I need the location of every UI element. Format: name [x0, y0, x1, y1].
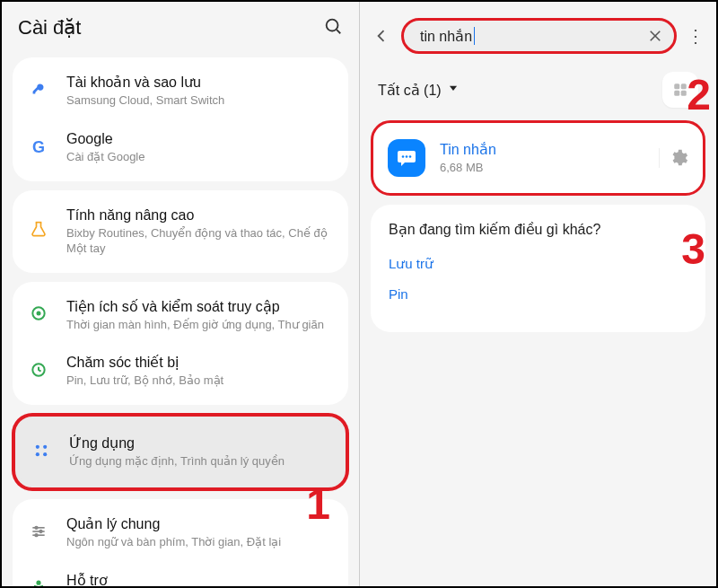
- settings-row-advanced[interactable]: Tính năng nâng cao Bixby Routines, Chuyể…: [13, 196, 348, 268]
- chevron-down-icon: [447, 82, 460, 98]
- row-subtitle: Thời gian màn hình, Đếm giờ ứng dụng, Th…: [66, 318, 332, 333]
- svg-rect-26: [674, 91, 679, 96]
- search-input[interactable]: tin nhắn: [401, 18, 677, 54]
- app-search-panel: tin nhắn ⋮ Tất cả (1) Tin nhắn: [359, 2, 716, 586]
- svg-point-29: [406, 155, 408, 158]
- svg-marker-23: [450, 86, 457, 91]
- svg-point-28: [402, 155, 405, 158]
- svg-point-18: [39, 530, 42, 532]
- back-button[interactable]: [369, 23, 394, 48]
- row-title: Tính năng nâng cao: [66, 206, 332, 224]
- suggestion-link[interactable]: Pin: [389, 286, 687, 302]
- wellbeing-icon: [30, 304, 48, 326]
- settings-row-apps[interactable]: Ứng dụng Ứng dụng mặc định, Trình quản l…: [15, 422, 346, 482]
- settings-row-device-care[interactable]: Chăm sóc thiết bị Pin, Lưu trữ, Bộ nhớ, …: [13, 343, 348, 399]
- svg-point-0: [327, 20, 338, 31]
- row-subtitle: Ứng dụng mặc định, Trình quản lý quyền: [69, 454, 329, 470]
- settings-row-google[interactable]: G Google Cài đặt Google: [13, 119, 348, 176]
- settings-group: Tính năng nâng cao Bixby Routines, Chuyể…: [13, 190, 348, 273]
- svg-point-20: [37, 581, 39, 584]
- grid-toggle-icon[interactable]: [662, 72, 698, 108]
- svg-point-30: [409, 155, 412, 158]
- other-heading: Bạn đang tìm kiếm điều gì khác?: [389, 221, 687, 238]
- messages-app-icon: [388, 139, 425, 177]
- svg-rect-27: [681, 91, 687, 96]
- row-title: Chăm sóc thiết bị: [66, 354, 332, 372]
- app-result-title: Tin nhắn: [440, 141, 644, 159]
- filter-dropdown[interactable]: Tất cả (1): [378, 82, 460, 99]
- clear-search-icon[interactable]: [647, 28, 663, 44]
- row-subtitle: Cài đặt Google: [66, 150, 332, 165]
- device-care-icon: [30, 361, 48, 382]
- svg-point-19: [35, 534, 38, 537]
- app-result-highlight: Tin nhắn 6,68 MB: [371, 120, 705, 196]
- app-result-size: 6,68 MB: [440, 161, 644, 176]
- row-subtitle: Bixby Routines, Chuyển động và thao tác,…: [66, 226, 332, 257]
- app-result-row[interactable]: Tin nhắn 6,68 MB: [373, 123, 703, 193]
- page-title: Cài đặt: [18, 16, 81, 39]
- row-subtitle: Pin, Lưu trữ, Bộ nhớ, Bảo mật: [66, 373, 332, 389]
- row-title: Ứng dụng: [69, 434, 329, 452]
- google-icon: G: [32, 138, 45, 157]
- general-icon: [30, 522, 48, 544]
- settings-group: Tiện ích số và kiểm soát truy cập Thời g…: [13, 282, 348, 406]
- svg-point-13: [43, 452, 47, 456]
- suggestion-link[interactable]: Lưu trữ: [389, 256, 687, 272]
- other-suggestions-card: Bạn đang tìm kiếm điều gì khác? Lưu trữ …: [371, 205, 705, 332]
- row-title: Tiện ích số và kiểm soát truy cập: [66, 298, 332, 316]
- row-title: Quản lý chung: [66, 515, 332, 533]
- search-icon[interactable]: [323, 16, 343, 39]
- svg-rect-25: [681, 83, 687, 89]
- settings-group: Tài khoản và sao lưu Samsung Cloud, Smar…: [13, 57, 348, 181]
- filter-label: Tất cả (1): [378, 82, 442, 99]
- svg-point-8: [37, 312, 41, 316]
- svg-point-17: [35, 526, 38, 529]
- search-value: tin nhắn: [420, 28, 472, 45]
- apps-icon: [32, 442, 50, 463]
- settings-row-wellbeing[interactable]: Tiện ích số và kiểm soát truy cập Thời g…: [13, 287, 348, 344]
- row-subtitle: Ngôn ngữ và bàn phím, Thời gian, Đặt lại: [66, 535, 332, 550]
- accessibility-icon: [30, 579, 48, 588]
- key-icon: [29, 79, 48, 102]
- overflow-menu-icon[interactable]: ⋮: [684, 25, 707, 47]
- svg-point-12: [36, 452, 39, 456]
- lab-icon: [30, 221, 48, 242]
- settings-row-apps-highlight: Ứng dụng Ứng dụng mặc định, Trình quản l…: [13, 414, 348, 490]
- settings-group: Quản lý chung Ngôn ngữ và bàn phím, Thời…: [13, 499, 348, 588]
- text-cursor: [474, 27, 475, 45]
- settings-row-general[interactable]: Quản lý chung Ngôn ngữ và bàn phím, Thời…: [13, 505, 348, 561]
- settings-row-accessibility[interactable]: Hỗ trợ Voice Assistant, Âm thanh mono, m…: [13, 561, 348, 588]
- row-title: Hỗ trợ: [66, 572, 332, 588]
- settings-panel: Cài đặt Tài khoản và sao lưu Samsung Clo…: [2, 2, 359, 586]
- row-title: Google: [66, 130, 332, 148]
- row-title: Tài khoản và sao lưu: [66, 74, 332, 92]
- row-subtitle: Samsung Cloud, Smart Switch: [66, 93, 332, 109]
- svg-point-11: [43, 445, 47, 449]
- app-settings-gear-icon[interactable]: [659, 148, 688, 168]
- svg-point-10: [36, 445, 39, 449]
- settings-row-accounts[interactable]: Tài khoản và sao lưu Samsung Cloud, Smar…: [13, 63, 348, 119]
- svg-line-1: [337, 30, 340, 33]
- svg-rect-24: [674, 83, 679, 89]
